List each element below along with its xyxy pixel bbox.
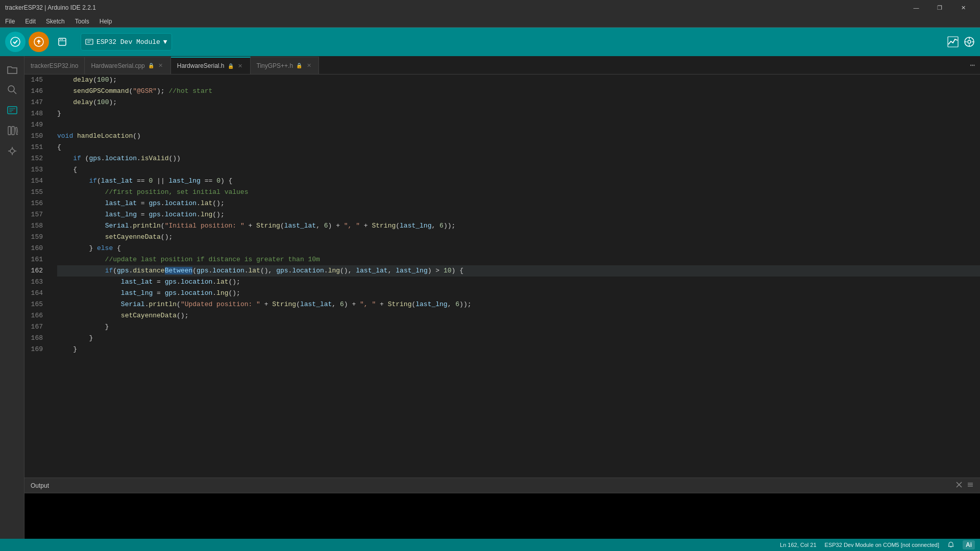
output-label: Output: [31, 482, 955, 489]
tab-label: HardwareSerial.h: [177, 62, 225, 69]
tab-trackerespino[interactable]: trackerESP32.ino: [24, 57, 85, 74]
line-num-153: 153: [24, 164, 47, 176]
svg-point-6: [62, 39, 63, 40]
line-num-146: 146: [24, 86, 47, 97]
menu-edit[interactable]: Edit: [20, 15, 41, 27]
code-line-159: setCayenneData();: [57, 232, 980, 243]
svg-rect-24: [12, 127, 14, 135]
line-num-164: 164: [24, 288, 47, 299]
board-dropdown-icon: ▼: [163, 38, 167, 46]
line-num-157: 157: [24, 209, 47, 220]
menu-tools[interactable]: Tools: [70, 15, 94, 27]
tab-close-button[interactable]: ✕: [305, 62, 312, 69]
code-line-169: }: [57, 344, 980, 355]
tab-tinygpsh[interactable]: TinyGPS++.h 🔒 ✕: [251, 57, 320, 74]
serial-monitor-button[interactable]: [964, 36, 975, 47]
close-button[interactable]: ✕: [951, 0, 975, 15]
code-line-150: void handleLocation(): [57, 131, 980, 142]
tab-close-button[interactable]: ✕: [237, 62, 244, 69]
code-line-157: last_lng = gps.location.lng();: [57, 209, 980, 220]
line-num-148: 148: [24, 108, 47, 119]
code-line-149: [57, 119, 980, 131]
sidebar-library-icon[interactable]: [3, 121, 21, 140]
code-line-153: {: [57, 164, 980, 176]
output-body: [24, 493, 980, 539]
tab-label: TinyGPS++.h: [257, 62, 293, 69]
serial-plotter-button[interactable]: [947, 36, 959, 47]
code-line-161: //update last position if distance is gr…: [57, 254, 980, 265]
debug-button[interactable]: [52, 32, 72, 52]
board-name: ESP32 Dev Module: [96, 38, 160, 46]
sidebar-search-icon[interactable]: [3, 81, 21, 99]
lock-icon: 🔒: [148, 63, 154, 68]
tabs-bar: trackerESP32.ino HardwareSerial.cpp 🔒 ✕ …: [24, 56, 980, 74]
code-content[interactable]: delay(100); sendGPSCommand("@GSR"); //ho…: [52, 74, 980, 490]
line-num-168: 168: [24, 333, 47, 344]
maximize-button[interactable]: ❐: [928, 0, 951, 15]
svg-point-0: [11, 37, 20, 46]
svg-rect-7: [86, 39, 93, 44]
ai-button[interactable]: Ai: [963, 540, 975, 549]
code-editor[interactable]: 145 146 147 148 149 150 151 152 153 154 …: [24, 74, 980, 490]
code-line-168: }: [57, 333, 980, 344]
left-sidebar: [0, 56, 24, 539]
svg-point-17: [8, 86, 14, 92]
minimize-button[interactable]: —: [904, 0, 928, 15]
line-num-155: 155: [24, 187, 47, 198]
tab-close-button[interactable]: ✕: [157, 62, 164, 69]
code-line-145: delay(100);: [57, 74, 980, 86]
status-right: Ln 162, Col 21 ESP32 Dev Module on COM5 …: [780, 540, 975, 549]
status-line-col: Ln 162, Col 21: [780, 542, 817, 548]
status-bar: Ln 162, Col 21 ESP32 Dev Module on COM5 …: [0, 539, 980, 551]
toolbar: ESP32 Dev Module ▼: [0, 28, 980, 56]
output-panel: Output: [24, 478, 980, 539]
notification-icon[interactable]: [947, 541, 954, 548]
svg-rect-10: [948, 37, 958, 47]
output-clear-icon[interactable]: [955, 481, 963, 490]
line-num-163: 163: [24, 277, 47, 288]
tab-label: HardwareSerial.cpp: [91, 62, 144, 69]
line-num-160: 160: [24, 243, 47, 254]
code-line-166: setCayenneData();: [57, 310, 980, 321]
sidebar-debug-icon[interactable]: [3, 142, 21, 160]
line-numbers: 145 146 147 148 149 150 151 152 153 154 …: [24, 74, 52, 490]
tab-hardwareserialh[interactable]: HardwareSerial.h 🔒 ✕: [171, 57, 251, 74]
svg-point-26: [10, 149, 14, 153]
line-num-151: 151: [24, 142, 47, 153]
board-selector[interactable]: ESP32 Dev Module ▼: [81, 33, 172, 51]
sidebar-board-icon[interactable]: [3, 101, 21, 119]
line-num-145: 145: [24, 74, 47, 86]
line-num-162: 162: [24, 265, 47, 277]
sidebar-folder-icon[interactable]: [3, 60, 21, 79]
code-line-167: }: [57, 321, 980, 333]
line-num-169: 169: [24, 344, 47, 355]
line-col-text: Ln 162, Col 21: [780, 542, 817, 548]
line-num-165: 165: [24, 299, 47, 310]
tabs-more-button[interactable]: ⋯: [965, 57, 980, 74]
verify-button[interactable]: [5, 32, 26, 52]
code-line-162: if(gps.distanceBetween(gps.location.lat(…: [57, 265, 980, 277]
tab-hardwareserialcpp[interactable]: HardwareSerial.cpp 🔒 ✕: [85, 57, 170, 74]
status-board-info[interactable]: ESP32 Dev Module on COM5 [not connected]: [825, 542, 939, 548]
line-num-166: 166: [24, 310, 47, 321]
upload-button[interactable]: [29, 32, 49, 52]
svg-point-5: [60, 39, 61, 40]
tab-label: trackerESP32.ino: [31, 62, 78, 69]
code-line-154: if(last_lat == 0 || last_lng == 0) {: [57, 176, 980, 187]
code-line-152: if (gps.location.isValid()): [57, 153, 980, 164]
svg-rect-25: [15, 127, 18, 134]
menu-file[interactable]: File: [0, 15, 20, 27]
menu-help[interactable]: Help: [94, 15, 117, 27]
code-line-160: } else {: [57, 243, 980, 254]
window-controls: — ❐ ✕: [904, 0, 975, 15]
line-num-167: 167: [24, 321, 47, 333]
output-icons: [955, 481, 974, 490]
line-num-150: 150: [24, 131, 47, 142]
app-title: trackerESP32 | Arduino IDE 2.2.1: [5, 4, 904, 11]
svg-line-18: [13, 91, 16, 94]
menu-sketch[interactable]: Sketch: [41, 15, 70, 27]
line-num-158: 158: [24, 220, 47, 232]
output-menu-icon[interactable]: [967, 481, 974, 490]
svg-rect-23: [8, 127, 11, 135]
toolbar-right: [947, 36, 975, 47]
